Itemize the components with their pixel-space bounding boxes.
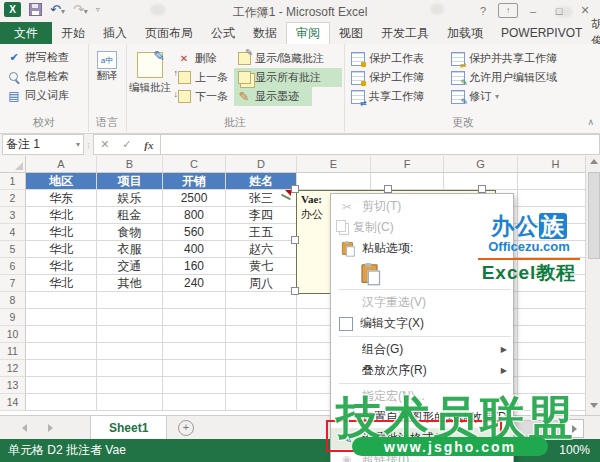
- protect-sheet-button[interactable]: 保护工作表: [348, 49, 448, 68]
- tab-home[interactable]: 开始: [52, 22, 94, 44]
- column-header-B[interactable]: B: [97, 156, 163, 172]
- cell-B4[interactable]: 食物: [97, 224, 163, 241]
- row-header-11[interactable]: 11: [0, 343, 26, 360]
- resize-handle[interactable]: [384, 185, 392, 193]
- row-header-8[interactable]: 8: [0, 292, 26, 309]
- cell-A7[interactable]: 华北: [26, 275, 97, 292]
- cell-F1[interactable]: [371, 173, 444, 190]
- row-header-14[interactable]: 14: [0, 394, 26, 411]
- ribbon-display-options-icon[interactable]: ↑: [498, 3, 518, 18]
- new-sheet-button[interactable]: +: [178, 420, 194, 436]
- tab-insert[interactable]: 插入: [94, 22, 136, 44]
- row-header-3[interactable]: 3: [0, 207, 26, 224]
- sheet-tab-sheet1[interactable]: Sheet1: [90, 416, 167, 440]
- track-changes-button[interactable]: 修订▾: [448, 87, 582, 106]
- cell-B13[interactable]: [97, 377, 163, 394]
- translate-button[interactable]: a中 翻译: [88, 46, 126, 83]
- column-header-D[interactable]: D: [226, 156, 297, 172]
- cell-C10[interactable]: [163, 326, 226, 343]
- show-hide-comment-button[interactable]: 显示/隐藏批注: [234, 49, 342, 68]
- cell-A4[interactable]: 华北: [26, 224, 97, 241]
- cell-B8[interactable]: [97, 292, 163, 309]
- cell-A6[interactable]: 华北: [26, 258, 97, 275]
- row-header-5[interactable]: 5: [0, 241, 26, 258]
- cell-A1[interactable]: 地区: [26, 173, 97, 190]
- formula-bar-splitter[interactable]: ⁝: [87, 140, 90, 150]
- menu-item-hanzi-reselect[interactable]: 汉字重选(V): [331, 292, 513, 313]
- collapse-ribbon-icon[interactable]: ∧: [587, 117, 594, 127]
- cell-A12[interactable]: [26, 360, 97, 377]
- cell-C11[interactable]: [163, 343, 226, 360]
- menu-item-order[interactable]: 叠放次序(R)▶: [331, 360, 513, 381]
- row-header-13[interactable]: 13: [0, 377, 26, 394]
- cell-B3[interactable]: 租金: [97, 207, 163, 224]
- resize-handle[interactable]: [291, 185, 299, 193]
- cell-D7[interactable]: 周八: [226, 275, 297, 292]
- cell-D6[interactable]: 黄七: [226, 258, 297, 275]
- cell-C7[interactable]: 240: [163, 275, 226, 292]
- tab-review[interactable]: 审阅: [286, 22, 330, 44]
- cancel-button[interactable]: ✕: [94, 138, 116, 151]
- select-all-corner[interactable]: [0, 156, 26, 172]
- cell-B1[interactable]: 项目: [97, 173, 163, 190]
- allow-edit-ranges-button[interactable]: 允许用户编辑区域: [448, 68, 582, 87]
- cell-D3[interactable]: 李四: [226, 207, 297, 224]
- formula-input[interactable]: [161, 134, 600, 155]
- cell-C14[interactable]: [163, 394, 226, 411]
- row-header-9[interactable]: 9: [0, 309, 26, 326]
- cell-B12[interactable]: [97, 360, 163, 377]
- cell-B11[interactable]: [97, 343, 163, 360]
- row-header-1[interactable]: 1: [0, 173, 26, 190]
- cell-C1[interactable]: 开销: [163, 173, 226, 190]
- help-button[interactable]: ?: [472, 2, 494, 19]
- cell-C2[interactable]: 2500: [163, 190, 226, 207]
- row-header-10[interactable]: 10: [0, 326, 26, 343]
- sheet-nav-left-icon[interactable]: [22, 424, 27, 432]
- row-header-6[interactable]: 6: [0, 258, 26, 275]
- cell-C3[interactable]: 800: [163, 207, 226, 224]
- scrollbar-thumb[interactable]: [588, 172, 600, 259]
- cell-D13[interactable]: [226, 377, 297, 394]
- cell-D11[interactable]: [226, 343, 297, 360]
- tab-formulas[interactable]: 公式: [202, 22, 244, 44]
- protect-share-workbook-button[interactable]: 保护并共享工作簿: [448, 49, 582, 68]
- cell-B9[interactable]: [97, 309, 163, 326]
- cell-D1[interactable]: 姓名: [226, 173, 297, 190]
- resize-handle[interactable]: [291, 236, 299, 244]
- resize-handle[interactable]: [478, 185, 486, 193]
- cell-C6[interactable]: 160: [163, 258, 226, 275]
- edit-comment-button[interactable]: 编辑批注: [126, 47, 174, 106]
- column-header-A[interactable]: A: [26, 156, 97, 172]
- share-workbook-button[interactable]: 共享工作簿: [348, 87, 448, 106]
- cell-C12[interactable]: [163, 360, 226, 377]
- cell-D9[interactable]: [226, 309, 297, 326]
- cell-A14[interactable]: [26, 394, 97, 411]
- enter-button[interactable]: ✓: [116, 138, 138, 151]
- sheet-nav-right-icon[interactable]: [48, 424, 53, 432]
- cell-H11[interactable]: [518, 343, 585, 360]
- cell-B14[interactable]: [97, 394, 163, 411]
- row-header-7[interactable]: 7: [0, 275, 26, 292]
- tab-page-layout[interactable]: 页面布局: [136, 22, 202, 44]
- cell-H9[interactable]: [518, 309, 585, 326]
- cell-D12[interactable]: [226, 360, 297, 377]
- tab-powerpivot[interactable]: POWERPIVOT: [492, 22, 591, 44]
- cell-D5[interactable]: 赵六: [226, 241, 297, 258]
- next-comment-button[interactable]: 下一条: [174, 87, 234, 106]
- column-header-F[interactable]: F: [371, 156, 444, 172]
- show-all-comments-button[interactable]: 显示所有批注: [234, 68, 342, 87]
- cell-H1[interactable]: [518, 173, 585, 190]
- cell-B2[interactable]: 娱乐: [97, 190, 163, 207]
- user-account[interactable]: 胡俊 ▾: [591, 22, 600, 44]
- minimize-button[interactable]: –: [522, 2, 544, 19]
- tab-data[interactable]: 数据: [244, 22, 286, 44]
- cell-C8[interactable]: [163, 292, 226, 309]
- vertical-scrollbar[interactable]: [585, 156, 600, 415]
- insert-function-button[interactable]: fx: [138, 139, 160, 151]
- cell-D8[interactable]: [226, 292, 297, 309]
- protect-workbook-button[interactable]: 保护工作簿: [348, 68, 448, 87]
- research-button[interactable]: 信息检索: [4, 67, 86, 86]
- cell-H8[interactable]: [518, 292, 585, 309]
- tab-file[interactable]: 文件: [0, 22, 52, 44]
- tab-developer[interactable]: 开发工具: [372, 22, 438, 44]
